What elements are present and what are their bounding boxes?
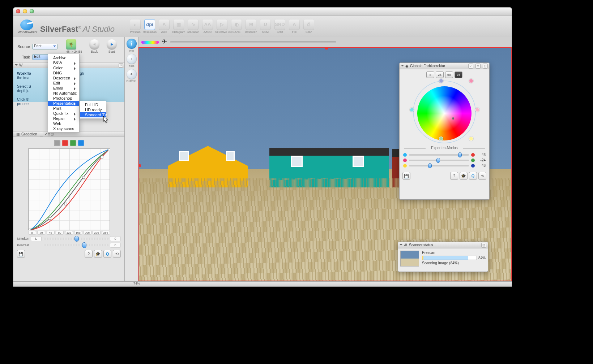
kontrast-slider[interactable] bbox=[43, 244, 108, 246]
back-button[interactable]: Back bbox=[89, 39, 99, 53]
zoom-icon[interactable] bbox=[30, 9, 34, 13]
submenu-item-standard-tv[interactable]: Standard TV bbox=[80, 112, 106, 117]
save-preset-icon[interactable]: 💾 bbox=[402, 172, 410, 180]
menu-item-edit[interactable]: Edit bbox=[48, 81, 79, 86]
mittelton-value[interactable]: 0 bbox=[110, 236, 121, 241]
menu-item-x-ray-scans[interactable]: X-ray scans bbox=[48, 126, 79, 131]
menu-item-print[interactable]: Print bbox=[48, 106, 79, 111]
presentation-submenu[interactable]: Full HDHD readyStandard TV bbox=[80, 101, 106, 119]
expert-icon[interactable]: 🎓 bbox=[460, 172, 468, 180]
vtool-rot[interactable]: ✥Rot/Flip bbox=[127, 69, 137, 83]
gcc-slider[interactable]: -46 bbox=[400, 163, 489, 168]
close-icon[interactable] bbox=[16, 9, 20, 13]
channel-chip-3[interactable] bbox=[78, 140, 84, 146]
save-preset-icon[interactable]: 💾 bbox=[17, 250, 25, 258]
start-button[interactable]: Start bbox=[107, 39, 117, 53]
help-icon[interactable]: ? bbox=[85, 250, 93, 258]
menu-item-quick-fix[interactable]: Quick fix bbox=[48, 111, 79, 116]
wheel-handle[interactable] bbox=[469, 79, 473, 83]
check-icon[interactable]: ✓ bbox=[44, 132, 47, 136]
svg-rect-1 bbox=[49, 217, 51, 220]
tool-descreen[interactable]: ⊞Descreen bbox=[244, 19, 258, 34]
wheel-handle[interactable] bbox=[439, 136, 443, 141]
gcc-strength-tabs[interactable]: ≡255075 bbox=[400, 69, 489, 79]
tool-histogram[interactable]: ▥Histogram bbox=[172, 19, 185, 34]
tool-file[interactable]: AFile bbox=[287, 19, 301, 34]
menu-item-descreen[interactable]: Descreen bbox=[48, 75, 79, 81]
tool-srd[interactable]: SRDSRD bbox=[273, 19, 287, 34]
reset-icon[interactable]: ⟲ bbox=[113, 250, 121, 258]
expand-icon[interactable]: ⊡ bbox=[483, 64, 488, 69]
wheel-handle[interactable] bbox=[439, 79, 443, 83]
menu-item-b&w[interactable]: B&W bbox=[48, 60, 79, 65]
gradation-title: Gradation bbox=[21, 132, 37, 136]
tool-resolution[interactable]: dpiResolution bbox=[143, 19, 157, 34]
preview-thumb[interactable]: 🌴 48 -> 24 Bit bbox=[66, 39, 82, 53]
menu-item-no-automatic[interactable]: No Automatic bbox=[48, 91, 79, 96]
minimize-icon[interactable] bbox=[23, 9, 27, 13]
menu-item-email[interactable]: Email bbox=[48, 86, 79, 91]
check-icon[interactable]: ✓ bbox=[468, 64, 473, 69]
crop-handle-icon[interactable] bbox=[325, 47, 328, 49]
menu-item-repair[interactable]: Repair bbox=[48, 116, 79, 121]
mittelton-mode[interactable]: L bbox=[31, 236, 42, 241]
kontrast-value[interactable]: 0 bbox=[110, 243, 121, 248]
gcc-slider[interactable]: -24 bbox=[400, 157, 489, 163]
reset-icon[interactable]: ⟲ bbox=[478, 172, 486, 180]
crop-handle-icon[interactable] bbox=[138, 164, 141, 167]
vtool-info[interactable]: iInfo bbox=[127, 39, 137, 52]
gcc-tab-≡[interactable]: ≡ bbox=[426, 72, 434, 78]
tool-auto[interactable]: AAuto bbox=[157, 19, 171, 34]
tool-gradation[interactable]: ∿Gradation bbox=[186, 19, 200, 34]
submenu-item-full-hd[interactable]: Full HD bbox=[80, 102, 106, 107]
channel-chip-1[interactable] bbox=[62, 140, 68, 146]
tool-aaco[interactable]: AAAACO bbox=[201, 19, 214, 34]
expert-icon[interactable]: 🎓 bbox=[94, 250, 102, 258]
tool-gane[interactable]: ◐GANE bbox=[230, 19, 243, 34]
gcc-tab-75[interactable]: 75 bbox=[455, 72, 462, 78]
task-menu[interactable]: ArchiveB&WColorDNGDescreenEditEmailNo Au… bbox=[48, 54, 80, 133]
wheel-handle[interactable] bbox=[469, 136, 473, 141]
menu-item-color[interactable]: Color bbox=[48, 65, 79, 70]
channel-chip-2[interactable] bbox=[70, 140, 76, 146]
scanner-status-panel[interactable]: 🖶Scanner status⊡ Prescan 84% Scanning Im… bbox=[398, 242, 488, 272]
menu-item-dng[interactable]: DNG bbox=[48, 70, 79, 75]
channel-chips[interactable] bbox=[17, 140, 121, 146]
channel-chip-0[interactable] bbox=[54, 140, 60, 146]
vtool-zoom[interactable]: +74% bbox=[127, 54, 137, 68]
menu-item-web[interactable]: Web bbox=[48, 121, 79, 126]
close-icon[interactable]: x bbox=[475, 64, 481, 69]
wheel-handle[interactable] bbox=[475, 108, 479, 112]
expand-icon[interactable]: ⊡ bbox=[481, 243, 486, 248]
workflowpilot-button[interactable]: WorkflowPilot bbox=[18, 20, 36, 34]
menu-item-archive[interactable]: Archive bbox=[48, 55, 79, 60]
source-dropdown[interactable]: Print bbox=[32, 44, 57, 49]
scanstat-title: Scanner status bbox=[409, 243, 433, 247]
tool-scan[interactable]: ⎙Scan bbox=[302, 19, 316, 34]
help-icon[interactable]: ? bbox=[450, 172, 458, 180]
tool-selcc[interactable]: ▷Selective CC bbox=[215, 19, 229, 34]
close-icon[interactable]: x bbox=[48, 132, 50, 136]
menu-item-photoshop[interactable]: Photoshop bbox=[48, 96, 79, 101]
color-wheel[interactable] bbox=[412, 79, 477, 144]
titlebar[interactable] bbox=[13, 8, 512, 16]
expand-icon[interactable]: ⊡ bbox=[51, 132, 54, 136]
quicktime-icon[interactable]: Q bbox=[103, 250, 111, 258]
global-color-correction-panel[interactable]: ◉Globale Farbkorrektur✓x⊡ ≡255075 Expert… bbox=[399, 62, 490, 200]
menu-item-presentation[interactable]: Presentation bbox=[48, 101, 79, 106]
gcc-slider[interactable]: 46 bbox=[400, 152, 489, 157]
gcc-tab-50[interactable]: 50 bbox=[445, 72, 453, 78]
plane-icon[interactable]: ✈ bbox=[162, 38, 167, 46]
pin-icon[interactable]: ⎋ bbox=[119, 63, 123, 68]
tool-prescan[interactable]: ⌕Prescan bbox=[128, 19, 142, 34]
histogram-icon: ▥ bbox=[173, 19, 184, 30]
wheel-cursor[interactable] bbox=[452, 117, 454, 120]
tool-usm[interactable]: UUSM bbox=[259, 19, 272, 34]
quicktime-icon[interactable]: Q bbox=[469, 172, 477, 180]
progress-track[interactable] bbox=[170, 41, 336, 43]
mittelton-slider[interactable] bbox=[43, 238, 108, 240]
wheel-handle[interactable] bbox=[410, 108, 414, 112]
curve-editor[interactable] bbox=[28, 148, 110, 230]
submenu-item-hd-ready[interactable]: HD ready bbox=[80, 107, 106, 112]
gcc-tab-25[interactable]: 25 bbox=[436, 72, 444, 78]
